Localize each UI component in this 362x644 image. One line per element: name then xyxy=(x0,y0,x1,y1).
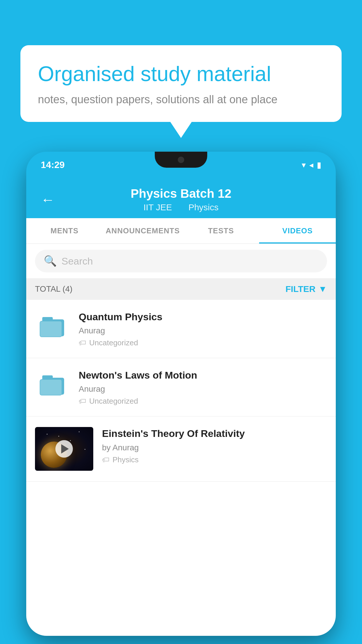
video-category-quantum: 🏷 Uncategorized xyxy=(79,338,327,347)
filter-bar: TOTAL (4) FILTER ▼ xyxy=(26,278,336,300)
bubble-title: Organised study material xyxy=(38,61,324,86)
header-subtitle-iitjee: IIT JEE xyxy=(143,202,172,212)
category-label-newton: Uncategorized xyxy=(89,397,138,406)
svg-rect-2 xyxy=(40,321,62,337)
header-title: Physics Batch 12 xyxy=(131,187,231,201)
video-list: Quantum Physics Anurag 🏷 Uncategorized xyxy=(26,300,336,482)
speech-bubble: Organised study material notes, question… xyxy=(20,45,342,122)
video-info-einstein: Einstein's Theory Of Relativity by Anura… xyxy=(102,427,327,464)
video-title-einstein: Einstein's Theory Of Relativity xyxy=(102,427,327,440)
tab-videos[interactable]: VIDEOS xyxy=(259,218,336,244)
video-category-newton: 🏷 Uncategorized xyxy=(79,397,327,406)
svg-rect-5 xyxy=(40,379,62,395)
header-subtitle: IIT JEE Physics xyxy=(131,202,231,212)
search-container: 🔍 Search xyxy=(26,244,336,278)
phone-content: ← Physics Batch 12 IIT JEE Physics MENTS… xyxy=(26,178,336,636)
tag-icon: 🏷 xyxy=(102,455,110,464)
play-button[interactable] xyxy=(55,440,73,458)
tab-announcements[interactable]: ANNOUNCEMENTS xyxy=(103,218,183,244)
filter-button[interactable]: FILTER ▼ xyxy=(286,284,327,294)
tag-icon: 🏷 xyxy=(79,397,86,406)
search-placeholder: Search xyxy=(61,256,93,267)
tabs-container: MENTS ANNOUNCEMENTS TESTS VIDEOS xyxy=(26,218,336,244)
header-center: Physics Batch 12 IIT JEE Physics xyxy=(131,187,231,212)
video-info-quantum: Quantum Physics Anurag 🏷 Uncategorized xyxy=(79,310,327,347)
back-button[interactable]: ← xyxy=(41,192,55,208)
filter-icon: ▼ xyxy=(318,284,327,294)
video-title-newton: Newton's Laws of Motion xyxy=(79,369,327,382)
signal-icon: ◂ xyxy=(309,160,313,170)
play-icon xyxy=(61,444,69,454)
video-author-quantum: Anurag xyxy=(79,326,327,335)
header-subtitle-physics: Physics xyxy=(188,202,218,212)
battery-icon: ▮ xyxy=(317,160,321,170)
category-label-einstein: Physics xyxy=(113,455,139,464)
video-title-quantum: Quantum Physics xyxy=(79,310,327,323)
folder-thumbnail-quantum xyxy=(35,310,70,342)
search-bar[interactable]: 🔍 Search xyxy=(35,250,327,272)
folder-icon xyxy=(39,373,66,396)
video-author-einstein: by Anurag xyxy=(102,443,327,452)
wifi-icon: ▾ xyxy=(302,160,306,170)
video-thumbnail-einstein xyxy=(35,427,93,471)
bubble-subtitle: notes, question papers, solutions all at… xyxy=(38,93,324,106)
category-label-quantum: Uncategorized xyxy=(89,338,138,347)
status-time: 14:29 xyxy=(41,160,65,170)
folder-icon xyxy=(39,315,66,338)
video-info-newton: Newton's Laws of Motion Anurag 🏷 Uncateg… xyxy=(79,369,327,406)
total-count: TOTAL (4) xyxy=(35,284,73,294)
search-icon: 🔍 xyxy=(44,255,57,267)
tab-tests[interactable]: TESTS xyxy=(183,218,259,244)
folder-thumbnail-newton xyxy=(35,369,70,401)
notch xyxy=(155,152,207,168)
filter-label: FILTER xyxy=(286,284,316,294)
phone-container: 14:29 ▾ ◂ ▮ ← Physics Batch 12 IIT JEE xyxy=(26,152,336,644)
status-icons: ▾ ◂ ▮ xyxy=(302,160,321,170)
tab-ments[interactable]: MENTS xyxy=(26,218,103,244)
list-item[interactable]: Einstein's Theory Of Relativity by Anura… xyxy=(26,416,336,482)
list-item[interactable]: Quantum Physics Anurag 🏷 Uncategorized xyxy=(26,300,336,358)
phone-frame: 14:29 ▾ ◂ ▮ ← Physics Batch 12 IIT JEE xyxy=(26,152,336,636)
app-header: ← Physics Batch 12 IIT JEE Physics xyxy=(26,178,336,218)
speech-bubble-container: Organised study material notes, question… xyxy=(20,45,342,122)
video-author-newton: Anurag xyxy=(79,384,327,394)
camera-dot xyxy=(178,157,184,163)
video-category-einstein: 🏷 Physics xyxy=(102,455,327,464)
tag-icon: 🏷 xyxy=(79,338,86,347)
list-item[interactable]: Newton's Laws of Motion Anurag 🏷 Uncateg… xyxy=(26,358,336,416)
status-bar: 14:29 ▾ ◂ ▮ xyxy=(26,152,336,178)
